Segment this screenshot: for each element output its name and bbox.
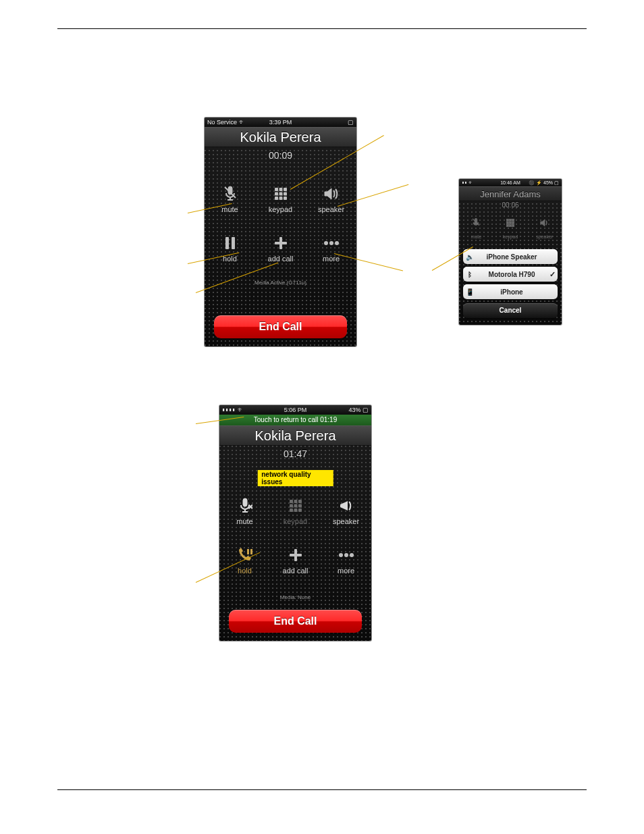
speaker-device-icon: 🔈 <box>463 253 477 261</box>
status-bar: ▮▮ ᯤ 10:46 AM ⚫ ⚡ 45% ▢ <box>459 179 562 186</box>
phone-pause-icon <box>236 546 254 564</box>
svg-rect-41 <box>290 509 293 512</box>
caller-name: Kokila Perera <box>240 130 321 145</box>
status-carrier: No Service ᯤ <box>207 118 269 127</box>
microphone-slash-icon <box>467 214 485 232</box>
screenshot-audio-route-sheet: ▮▮ ᯤ 10:46 AM ⚫ ⚡ 45% ▢ Jennifer Adams 0… <box>459 179 562 325</box>
speaker-button[interactable]: speaker <box>321 497 371 536</box>
keypad-button-disabled: keypad <box>270 497 321 536</box>
status-time: 3:39 PM <box>269 118 292 127</box>
svg-rect-4 <box>275 188 278 191</box>
svg-rect-31 <box>243 498 247 506</box>
svg-point-48 <box>339 553 343 557</box>
keypad-icon <box>502 214 519 232</box>
header-rule <box>57 28 587 29</box>
mute-label: mute <box>236 517 252 525</box>
bluetooth-icon: ᛒ <box>463 271 477 278</box>
ellipsis-icon <box>338 546 355 564</box>
svg-rect-25 <box>506 221 508 224</box>
route-iphone[interactable]: 📱 iPhone <box>463 284 558 299</box>
svg-rect-5 <box>279 188 282 191</box>
more-button[interactable]: more <box>321 546 371 585</box>
media-status: Media: None <box>219 594 371 600</box>
svg-rect-8 <box>279 192 282 196</box>
network-quality-banner: network quality issues <box>257 470 333 486</box>
phone-device-icon: 📱 <box>463 288 477 296</box>
svg-rect-26 <box>509 221 511 224</box>
keypad-label: keypad <box>503 234 518 239</box>
svg-rect-38 <box>290 504 293 508</box>
call-timer: 00:09 <box>205 150 356 161</box>
hold-button[interactable]: hold <box>205 234 255 273</box>
more-button[interactable]: more <box>306 234 356 273</box>
caller-name-bar: Kokila Perera <box>219 425 371 446</box>
call-timer: 00:06 <box>459 201 562 209</box>
svg-rect-14 <box>232 237 235 249</box>
svg-rect-45 <box>250 549 252 554</box>
keypad-button[interactable]: keypad <box>255 185 306 224</box>
keypad-button-disabled: keypad <box>493 214 528 241</box>
document-page: No Service ᯤ 3:39 PM ▢ Kokila Perera 00:… <box>0 0 644 834</box>
microphone-slash-icon: ✕ <box>236 497 254 515</box>
mute-button[interactable]: mute <box>205 185 255 224</box>
speaker-button[interactable]: speaker <box>306 185 356 224</box>
svg-rect-28 <box>506 225 508 227</box>
svg-rect-27 <box>512 221 514 224</box>
call-controls-grid: mute keypad speaker hold <box>205 185 356 273</box>
route-label: iPhone <box>477 288 547 296</box>
megaphone-icon <box>338 497 355 515</box>
status-bar: ▮▮▮▮ ᯤ 5:06 PM 43% ▢ <box>219 405 371 415</box>
pause-icon <box>221 234 239 252</box>
svg-point-19 <box>335 241 339 245</box>
keypad-icon <box>272 185 290 203</box>
route-bluetooth-device[interactable]: ᛒ Motorola H790 ✓ <box>463 267 558 282</box>
plus-icon <box>287 546 304 564</box>
call-controls-faded: mute keypad speaker <box>459 214 562 241</box>
svg-rect-7 <box>275 192 278 196</box>
svg-rect-42 <box>294 509 297 512</box>
svg-point-18 <box>329 241 333 245</box>
route-label: iPhone Speaker <box>477 253 547 261</box>
svg-rect-39 <box>294 504 297 508</box>
svg-rect-6 <box>284 188 287 191</box>
status-signal: ▮▮▮▮ ᯤ <box>222 405 284 415</box>
screenshot-call-in-progress: No Service ᯤ 3:39 PM ▢ Kokila Perera 00:… <box>205 118 356 346</box>
add-call-label: add call <box>283 567 308 575</box>
mute-button-disabled: mute <box>459 214 493 241</box>
microphone-slash-icon <box>221 185 239 203</box>
speaker-label: speaker <box>536 234 553 239</box>
add-call-button[interactable]: add call <box>255 234 306 273</box>
status-battery: ▢ <box>292 118 354 127</box>
svg-rect-10 <box>275 197 278 200</box>
plus-icon <box>272 234 290 252</box>
caller-name-bar: Kokila Perera <box>205 127 356 147</box>
keypad-label: keypad <box>269 205 292 213</box>
svg-rect-44 <box>247 549 249 554</box>
mute-label: mute <box>471 234 482 239</box>
call-controls-grid: ✕ mute keypad speaker hold <box>219 497 371 585</box>
speaker-icon <box>536 214 554 232</box>
speaker-label: speaker <box>318 205 344 213</box>
caller-name-bar: Jennifer Adams <box>459 186 562 201</box>
svg-point-17 <box>324 241 328 245</box>
route-iphone-speaker[interactable]: 🔈 iPhone Speaker <box>463 249 558 264</box>
svg-rect-43 <box>298 509 302 512</box>
caller-name: Jennifer Adams <box>480 189 541 199</box>
hold-label: hold <box>238 567 252 575</box>
hold-label: hold <box>223 255 237 263</box>
svg-text:✕: ✕ <box>248 503 252 511</box>
footer-rule <box>57 789 587 790</box>
svg-rect-24 <box>512 219 514 221</box>
cancel-button[interactable]: Cancel <box>463 303 558 318</box>
speaker-icon <box>323 185 340 203</box>
svg-point-50 <box>350 553 354 557</box>
end-call-button[interactable]: End Call <box>214 315 347 338</box>
hold-button-active[interactable]: hold <box>219 546 270 585</box>
mute-button-active[interactable]: ✕ mute <box>219 497 270 536</box>
return-to-call-banner[interactable]: Touch to return to call 01:19 <box>219 415 371 425</box>
media-status: Media Active (G711u) <box>205 280 356 286</box>
call-timer: 01:47 <box>219 448 371 459</box>
add-call-button[interactable]: add call <box>270 546 321 585</box>
end-call-button[interactable]: End Call <box>229 610 362 633</box>
status-time: 5:06 PM <box>284 405 307 415</box>
